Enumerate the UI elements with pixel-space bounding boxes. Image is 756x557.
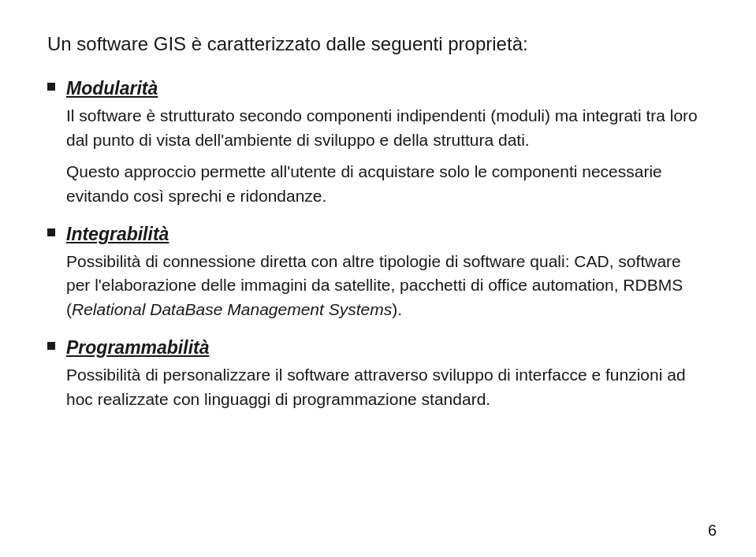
page-number: 6 (708, 522, 717, 540)
integrabilita-italic: Relational DataBase Management Systems (72, 300, 392, 318)
integrabilita-para1: Possibilità di connessione diretta con a… (66, 250, 709, 321)
bullet-section-programmabilita: Programmabilità Possibilità di personali… (47, 337, 709, 411)
bullet-square-icon (47, 228, 55, 236)
bullet-body-programmabilita: Possibilità di personalizzare il softwar… (47, 363, 709, 411)
bullet-square-icon (47, 342, 55, 350)
bullet-body-modularita: Il software è strutturato secondo compon… (47, 104, 709, 208)
slide-title: Un software GIS è caratterizzato dalle s… (47, 32, 709, 56)
bullet-header-modularita: Modularità (47, 78, 709, 99)
bullet-title-modularita: Modularità (66, 78, 158, 99)
integrabilita-text2: ). (392, 300, 402, 318)
bullet-square-icon (47, 83, 55, 91)
bullet-body-integrabilita: Possibilità di connessione diretta con a… (47, 250, 709, 321)
bullet-header-programmabilita: Programmabilità (47, 337, 709, 358)
programmabilita-para1: Possibilità di personalizzare il softwar… (66, 363, 709, 411)
bullet-header-integrabilita: Integrabilità (47, 224, 709, 245)
slide-container: Un software GIS è caratterizzato dalle s… (0, 0, 756, 557)
modularita-para1: Il software è strutturato secondo compon… (66, 104, 709, 152)
bullet-title-integrabilita: Integrabilità (66, 224, 169, 245)
bullet-title-programmabilita: Programmabilità (66, 337, 210, 358)
bullet-section-integrabilita: Integrabilità Possibilità di connessione… (47, 224, 709, 321)
bullet-section-modularita: Modularità Il software è strutturato sec… (47, 78, 709, 208)
modularita-para2: Questo approccio permette all'utente di … (66, 160, 709, 208)
